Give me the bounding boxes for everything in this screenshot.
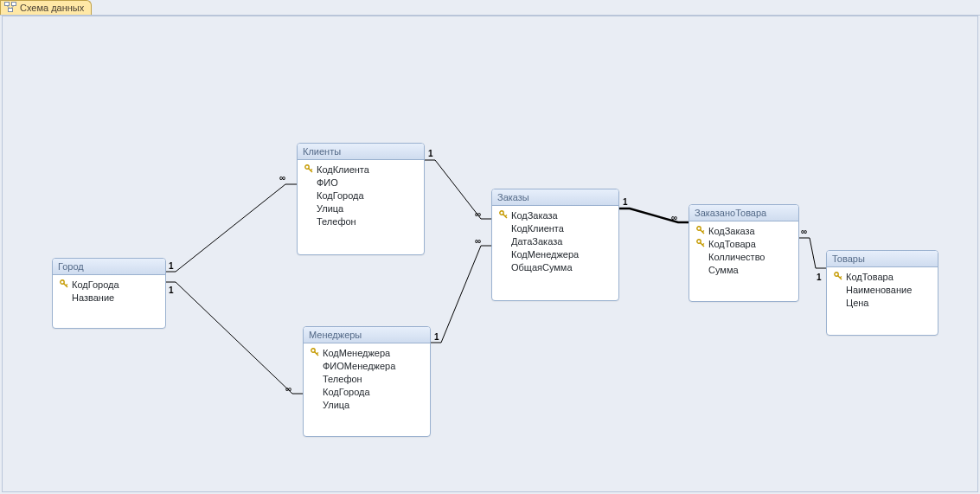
field-row[interactable]: ОбщаяСумма [496, 260, 615, 273]
field-name: КодЗаказа [708, 226, 755, 236]
relation-menedzhery-zakazy[interactable] [431, 246, 491, 343]
field-name: ФИОМенеджера [323, 361, 395, 371]
relation-zakazano-tovary[interactable] [799, 238, 826, 268]
field-list: КодМенеджераФИОМенеджераТелефонКодГорода… [304, 343, 430, 416]
primary-key-icon [834, 272, 842, 282]
key-cell [60, 279, 72, 290]
field-name: Улица [323, 400, 349, 410]
cardinality-label: 1 [169, 261, 174, 271]
svg-line-19 [702, 230, 704, 232]
field-name: Телефон [323, 374, 362, 384]
field-row[interactable]: КодКлиента [301, 163, 420, 176]
table-title[interactable]: Заказы [492, 189, 618, 206]
tab-strip: Схема данных [0, 0, 980, 16]
tab-schema[interactable]: Схема данных [0, 0, 92, 15]
field-row[interactable]: Сумма [693, 263, 795, 276]
field-name: КодТовара [846, 272, 894, 282]
field-row[interactable]: ДатаЗаказа [496, 234, 615, 247]
relation-gorod-menedzhery[interactable] [166, 282, 303, 394]
table-title[interactable]: Клиенты [298, 144, 424, 160]
table-klienty[interactable]: КлиентыКодКлиентаФИОКодГородаУлицаТелефо… [297, 143, 425, 255]
field-name: КодКлиента [317, 164, 369, 175]
table-title[interactable]: Товары [827, 251, 938, 267]
cardinality-label: 1 [817, 273, 822, 282]
field-row[interactable]: Название [56, 291, 162, 304]
table-zakazanotovara[interactable]: ЗаказаноТовараКодЗаказаКодТовараКолличес… [689, 204, 799, 302]
field-list: КодЗаказаКодТовараКолличествоСумма [689, 221, 798, 281]
field-name: ФИО [317, 177, 338, 188]
field-row[interactable]: КодЗаказа [496, 209, 615, 221]
tab-label: Схема данных [20, 3, 84, 13]
relation-zakazy-zakazano[interactable] [619, 209, 689, 222]
field-name: Наименование [846, 285, 912, 295]
cardinality-label: ∞ [285, 384, 291, 394]
table-menedzhery[interactable]: МенеджерыКодМенеджераФИОМенеджераТелефон… [303, 326, 431, 437]
key-cell [696, 226, 708, 236]
field-name: КодГорода [317, 190, 364, 201]
field-list: КодТовараНаименованиеЦена [827, 267, 938, 314]
svg-line-16 [505, 215, 507, 216]
cardinality-label: ∞ [671, 213, 677, 222]
svg-line-13 [317, 352, 318, 354]
relation-gorod-klienty[interactable] [166, 184, 297, 272]
table-tovary[interactable]: ТоварыКодТовараНаименованиеЦена [826, 250, 938, 336]
field-row[interactable]: КодКлиента [496, 221, 615, 234]
primary-key-icon [60, 279, 68, 290]
table-title[interactable]: ЗаказаноТовара [689, 205, 798, 221]
field-name: КодГорода [323, 387, 370, 397]
field-row[interactable]: Улица [307, 398, 426, 411]
table-title[interactable]: Город [53, 259, 165, 275]
key-cell [304, 164, 317, 175]
field-name: КодГорода [72, 279, 119, 290]
field-name: ОбщаяСумма [511, 262, 573, 273]
key-cell [311, 348, 323, 358]
relation-klienty-zakazy[interactable] [425, 160, 491, 219]
field-name: Телефон [317, 216, 356, 227]
cardinality-label: 1 [169, 285, 174, 295]
field-row[interactable]: КодТовара [693, 237, 795, 250]
svg-line-22 [702, 243, 704, 245]
field-row[interactable]: Наименование [830, 283, 934, 296]
field-name: КодЗаказа [511, 210, 558, 221]
svg-rect-2 [9, 9, 13, 12]
field-row[interactable]: Улица [301, 202, 420, 215]
field-name: КодКлиента [511, 223, 564, 234]
field-row[interactable]: КодЗаказа [693, 224, 795, 237]
primary-key-icon [696, 239, 705, 249]
field-row[interactable]: КодМенеджера [307, 346, 426, 359]
field-name: Улица [317, 203, 343, 214]
svg-rect-0 [5, 3, 10, 6]
field-row[interactable]: КодГорода [301, 189, 420, 202]
table-zakazy[interactable]: ЗаказыКодЗаказаКодКлиентаДатаЗаказаКодМе… [491, 189, 619, 301]
cardinality-label: 1 [428, 149, 433, 158]
field-row[interactable]: ФИОМенеджера [307, 359, 426, 372]
svg-rect-1 [12, 3, 16, 6]
field-name: КодМенеджера [511, 249, 579, 260]
svg-line-25 [840, 276, 842, 278]
primary-key-icon [499, 210, 508, 221]
key-cell [499, 210, 511, 221]
svg-line-7 [66, 284, 67, 285]
field-row[interactable]: Цена [830, 296, 934, 309]
field-name: Колличество [708, 252, 765, 262]
field-row[interactable]: КодГорода [307, 385, 426, 398]
field-row[interactable]: КодМенеджера [496, 247, 615, 260]
field-name: Цена [846, 298, 868, 308]
field-name: КодТовара [708, 239, 756, 249]
cardinality-label: ∞ [279, 173, 285, 183]
cardinality-label: 1 [434, 332, 439, 342]
field-row[interactable]: Колличество [693, 250, 795, 263]
field-row[interactable]: КодГорода [56, 278, 162, 291]
table-gorod[interactable]: ГородКодГородаНазвание [52, 258, 166, 329]
field-name: Название [72, 292, 114, 303]
cardinality-label: ∞ [801, 227, 807, 236]
field-row[interactable]: КодТовара [830, 270, 934, 283]
schema-canvas[interactable]: 1∞1∞1∞1∞1∞∞1 ГородКодГородаНазваниеКлиен… [2, 16, 978, 492]
field-name: ДатаЗаказа [511, 236, 562, 247]
field-name: Сумма [708, 265, 739, 275]
field-row[interactable]: ФИО [301, 176, 420, 189]
table-title[interactable]: Менеджеры [304, 327, 430, 343]
field-list: КодГородаНазвание [53, 275, 165, 309]
field-row[interactable]: Телефон [307, 372, 426, 385]
field-row[interactable]: Телефон [301, 215, 420, 228]
